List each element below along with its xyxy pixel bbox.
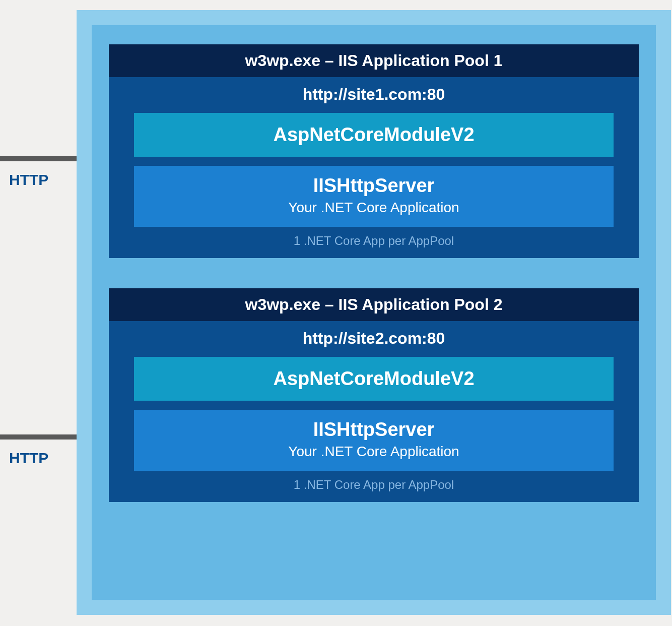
server-subtitle-2: Your .NET Core Application xyxy=(139,444,609,460)
site-url-1: http://site1.com:80 xyxy=(134,85,614,104)
app-pool-1-body: http://site1.com:80 AspNetCoreModuleV2 I… xyxy=(109,77,639,258)
iis-outer-container: w3wp.exe – IIS Application Pool 1 http:/… xyxy=(77,10,671,615)
server-title-2: IISHttpServer xyxy=(139,419,609,441)
aspnetcore-module-1: AspNetCoreModuleV2 xyxy=(134,113,614,157)
app-pool-2-header: w3wp.exe – IIS Application Pool 2 xyxy=(109,288,639,321)
app-pool-2: w3wp.exe – IIS Application Pool 2 http:/… xyxy=(109,288,639,502)
aspnetcore-module-2: AspNetCoreModuleV2 xyxy=(134,357,614,401)
app-pool-1-header: w3wp.exe – IIS Application Pool 1 xyxy=(109,44,639,77)
app-pool-2-body: http://site2.com:80 AspNetCoreModuleV2 I… xyxy=(109,321,639,502)
footnote-2: 1 .NET Core App per AppPool xyxy=(134,478,614,492)
footnote-1: 1 .NET Core App per AppPool xyxy=(134,234,614,248)
app-pool-1: w3wp.exe – IIS Application Pool 1 http:/… xyxy=(109,44,639,258)
site-url-2: http://site2.com:80 xyxy=(134,329,614,348)
iis-http-server-1: IISHttpServer Your .NET Core Application xyxy=(134,166,614,227)
iis-http-server-2: IISHttpServer Your .NET Core Application xyxy=(134,410,614,471)
server-title-1: IISHttpServer xyxy=(139,175,609,197)
iis-inner-container: w3wp.exe – IIS Application Pool 1 http:/… xyxy=(92,25,656,600)
server-subtitle-1: Your .NET Core Application xyxy=(139,200,609,216)
